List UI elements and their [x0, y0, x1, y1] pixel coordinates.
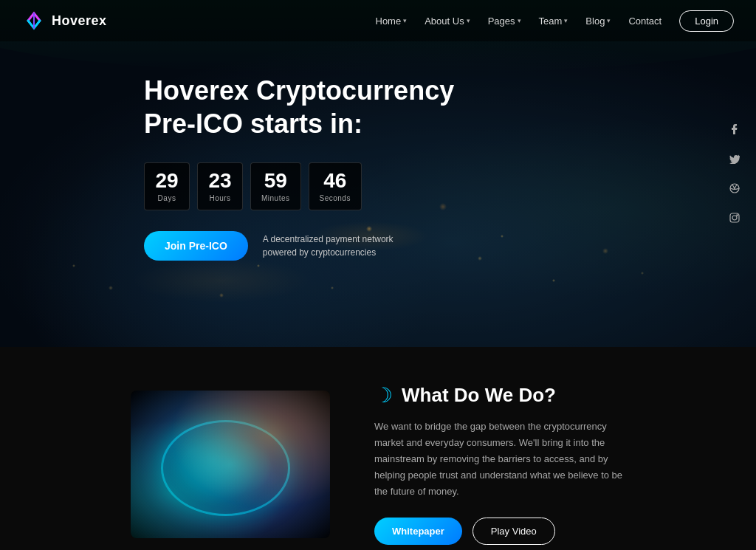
countdown-days: 29 Days [144, 162, 190, 210]
about-buttons: Whitepaper Play Video [374, 518, 625, 545]
days-label: Days [155, 194, 179, 202]
about-text: ☽ What Do We Do? We want to bridge the g… [374, 384, 625, 545]
chevron-down-icon: ▾ [403, 17, 407, 24]
minutes-value: 59 [261, 171, 290, 191]
seconds-value: 46 [320, 171, 351, 191]
about-heading: What Do We Do? [402, 384, 556, 407]
social-sidebar [725, 120, 744, 227]
instagram-icon[interactable] [725, 208, 744, 227]
hero-section: Hoverex Cryptocurrency Pre-ICO starts in… [0, 0, 756, 347]
svg-point-3 [737, 215, 738, 216]
whitepaper-button[interactable]: Whitepaper [374, 518, 462, 545]
logo[interactable]: Hoverex [22, 9, 107, 32]
hero-title: Hoverex Cryptocurrency Pre-ICO starts in… [144, 74, 513, 140]
navbar: Hoverex Home ▾ About Us ▾ Pages ▾ Team ▾… [0, 0, 756, 41]
about-section: ☽ What Do We Do? We want to bridge the g… [0, 347, 756, 550]
chevron-down-icon: ▾ [564, 17, 568, 24]
hero-cta: Join Pre-ICO A decentralized payment net… [144, 231, 756, 261]
about-body: We want to bridge the gap between the cr… [374, 419, 625, 500]
chevron-down-icon: ▾ [518, 17, 521, 24]
about-container: ☽ What Do We Do? We want to bridge the g… [131, 384, 625, 545]
about-heading-row: ☽ What Do We Do? [374, 384, 625, 407]
crescent-icon: ☽ [374, 385, 393, 406]
nav-about[interactable]: About Us ▾ [425, 16, 470, 27]
countdown-hours: 23 Hours [197, 162, 243, 210]
nav-blog[interactable]: Blog ▾ [585, 16, 611, 27]
play-video-button[interactable]: Play Video [472, 518, 555, 545]
nav-contact[interactable]: Contact [628, 16, 662, 27]
nav-pages[interactable]: Pages ▾ [488, 16, 521, 27]
logo-text: Hoverex [52, 13, 107, 29]
nebula-image [131, 391, 330, 538]
login-button[interactable]: Login [679, 10, 734, 32]
countdown-seconds: 46 Seconds [309, 162, 362, 210]
twitter-icon[interactable] [725, 149, 744, 168]
chevron-down-icon: ▾ [607, 17, 611, 24]
chevron-down-icon: ▾ [467, 17, 470, 24]
nav-team[interactable]: Team ▾ [539, 16, 568, 27]
logo-icon [22, 9, 46, 32]
svg-point-2 [732, 216, 737, 220]
days-value: 29 [155, 171, 179, 191]
seconds-label: Seconds [320, 194, 351, 202]
nav-home[interactable]: Home ▾ [376, 16, 408, 27]
minutes-label: Minutes [261, 194, 290, 202]
nebula-glow [131, 391, 330, 538]
hours-label: Hours [208, 194, 232, 202]
dribbble-icon[interactable] [725, 179, 744, 198]
facebook-icon[interactable] [725, 120, 744, 139]
join-pre-ico-button[interactable]: Join Pre-ICO [144, 231, 248, 261]
hours-value: 23 [208, 171, 232, 191]
countdown: 29 Days 23 Hours 59 Minutes 46 Seconds [144, 162, 756, 210]
nav-links: Home ▾ About Us ▾ Pages ▾ Team ▾ Blog ▾ … [376, 10, 735, 32]
hero-tagline: A decentralized payment network powered … [263, 233, 396, 259]
countdown-minutes: 59 Minutes [250, 162, 301, 210]
